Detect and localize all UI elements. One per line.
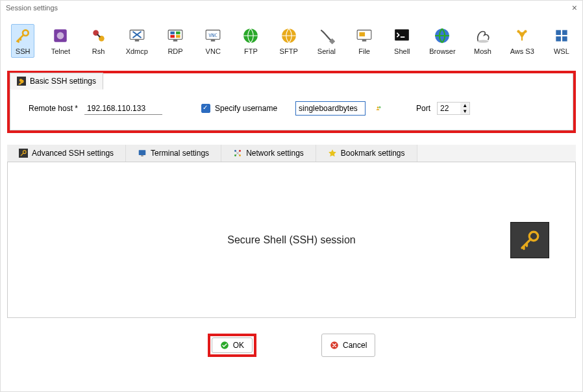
session-type-shell[interactable]: Shell bbox=[390, 24, 414, 58]
session-type-list: SSHTelnetRshXdmcpRDPVNCVNCFTPSFTPSerialF… bbox=[7, 20, 576, 68]
rdp-icon bbox=[166, 27, 184, 45]
subtab-bookmark-settings[interactable]: Bookmark settings bbox=[316, 145, 417, 162]
specify-username-checkbox[interactable] bbox=[201, 104, 210, 113]
session-type-label: RDP bbox=[167, 47, 182, 55]
session-type-label: SFTP bbox=[280, 47, 298, 55]
settings-subtabs: Advanced SSH settingsTerminal settingsNe… bbox=[7, 145, 576, 162]
port-up-button[interactable]: ▲ bbox=[460, 103, 469, 108]
svg-rect-21 bbox=[362, 40, 367, 42]
session-type-ssh[interactable]: SSH bbox=[11, 24, 34, 58]
username-input[interactable] bbox=[295, 101, 366, 116]
basic-settings-highlight: Basic SSH settings Remote host * Specify… bbox=[7, 71, 576, 133]
basic-settings-tab: Basic SSH settings bbox=[10, 73, 103, 90]
browser-icon bbox=[433, 27, 451, 45]
session-type-sftp[interactable]: SFTP bbox=[277, 24, 301, 58]
svg-rect-8 bbox=[170, 32, 175, 34]
session-type-mosh[interactable]: Mosh bbox=[471, 24, 494, 58]
subtab-advanced-ssh-settings[interactable]: Advanced SSH settings bbox=[7, 145, 126, 162]
subtab-icon bbox=[138, 149, 147, 158]
aws-icon bbox=[513, 27, 531, 45]
session-type-label: FTP bbox=[244, 47, 258, 55]
svg-point-24 bbox=[477, 40, 488, 43]
session-type-label: Rsh bbox=[92, 47, 105, 55]
session-type-label: Xdmcp bbox=[126, 47, 148, 55]
port-stepper[interactable]: ▲ ▼ bbox=[460, 102, 470, 115]
svg-point-33 bbox=[377, 106, 379, 108]
session-type-label: Telnet bbox=[51, 47, 70, 55]
mosh-icon bbox=[474, 27, 492, 45]
subtab-icon bbox=[328, 149, 337, 158]
ok-check-icon bbox=[220, 341, 229, 350]
session-type-aws-s3[interactable]: Aws S3 bbox=[509, 24, 536, 58]
session-type-serial[interactable]: Serial bbox=[315, 24, 338, 58]
session-type-label: SSH bbox=[16, 47, 31, 55]
svg-rect-29 bbox=[562, 30, 567, 35]
session-type-label: Shell bbox=[394, 47, 410, 55]
svg-text:VNC: VNC bbox=[208, 32, 217, 38]
svg-rect-12 bbox=[173, 40, 178, 42]
session-type-wsl[interactable]: WSL bbox=[550, 24, 573, 58]
subtab-label: Advanced SSH settings bbox=[32, 149, 114, 158]
session-type-file[interactable]: File bbox=[353, 24, 376, 58]
session-type-rsh[interactable]: Rsh bbox=[86, 24, 110, 58]
shell-icon bbox=[393, 27, 411, 45]
ok-button[interactable]: OK bbox=[212, 337, 253, 353]
svg-point-27 bbox=[521, 32, 523, 35]
subtab-icon bbox=[233, 149, 242, 158]
svg-rect-30 bbox=[556, 36, 561, 42]
session-preview-title: Secure Shell (SSH) session bbox=[227, 234, 355, 246]
svg-rect-10 bbox=[170, 35, 175, 38]
session-type-label: VNC bbox=[206, 47, 221, 55]
svg-point-2 bbox=[57, 32, 64, 40]
session-type-label: Serial bbox=[317, 47, 336, 55]
svg-rect-31 bbox=[562, 36, 567, 42]
svg-rect-9 bbox=[176, 32, 180, 34]
svg-rect-15 bbox=[211, 40, 216, 42]
session-type-telnet[interactable]: Telnet bbox=[49, 24, 72, 58]
specify-username-label: Specify username bbox=[215, 104, 277, 113]
session-type-label: WSL bbox=[554, 47, 569, 55]
svg-rect-37 bbox=[139, 150, 146, 155]
subtab-label: Bookmark settings bbox=[341, 149, 405, 158]
session-type-xdmcp[interactable]: Xdmcp bbox=[125, 24, 149, 58]
key-icon bbox=[14, 27, 32, 45]
svg-rect-22 bbox=[395, 29, 409, 40]
basic-tab-label: Basic SSH settings bbox=[30, 77, 96, 86]
session-type-vnc[interactable]: VNCVNC bbox=[201, 24, 225, 58]
xdmcp-icon bbox=[128, 27, 146, 45]
subtab-terminal-settings[interactable]: Terminal settings bbox=[126, 145, 221, 162]
ftp-icon bbox=[242, 27, 260, 45]
session-type-label: Mosh bbox=[474, 47, 491, 55]
subtab-label: Network settings bbox=[246, 149, 304, 158]
file-icon bbox=[355, 27, 373, 45]
session-type-label: File bbox=[358, 47, 370, 55]
session-type-browser[interactable]: Browser bbox=[428, 24, 456, 58]
session-preview-keytile bbox=[510, 222, 549, 258]
close-icon[interactable]: × bbox=[572, 3, 577, 13]
svg-rect-38 bbox=[141, 156, 143, 156]
settings-subcontent: Secure Shell (SSH) session bbox=[7, 162, 576, 318]
svg-point-26 bbox=[524, 30, 527, 32]
remote-host-input[interactable] bbox=[84, 103, 162, 115]
svg-rect-7 bbox=[168, 30, 182, 39]
session-type-ftp[interactable]: FTP bbox=[239, 24, 262, 58]
serial-icon bbox=[317, 27, 336, 45]
subtab-icon bbox=[19, 149, 28, 158]
port-down-button[interactable]: ▼ bbox=[460, 108, 469, 114]
session-type-rdp[interactable]: RDP bbox=[164, 24, 187, 58]
cancel-button[interactable]: Cancel bbox=[321, 334, 375, 357]
session-type-label: Aws S3 bbox=[510, 47, 534, 55]
ok-button-highlight: OK bbox=[208, 334, 256, 357]
port-input[interactable] bbox=[437, 102, 460, 115]
sftp-icon bbox=[280, 27, 298, 45]
svg-rect-28 bbox=[556, 30, 561, 35]
user-picker-button[interactable] bbox=[372, 102, 385, 115]
ok-label: OK bbox=[233, 341, 244, 350]
key-icon bbox=[17, 77, 26, 86]
remote-host-label: Remote host * bbox=[29, 104, 78, 113]
subtab-network-settings[interactable]: Network settings bbox=[221, 145, 316, 162]
window-title: Session settings bbox=[6, 4, 58, 12]
svg-rect-6 bbox=[135, 40, 140, 42]
subtab-label: Terminal settings bbox=[151, 149, 209, 158]
svg-rect-20 bbox=[360, 32, 366, 37]
